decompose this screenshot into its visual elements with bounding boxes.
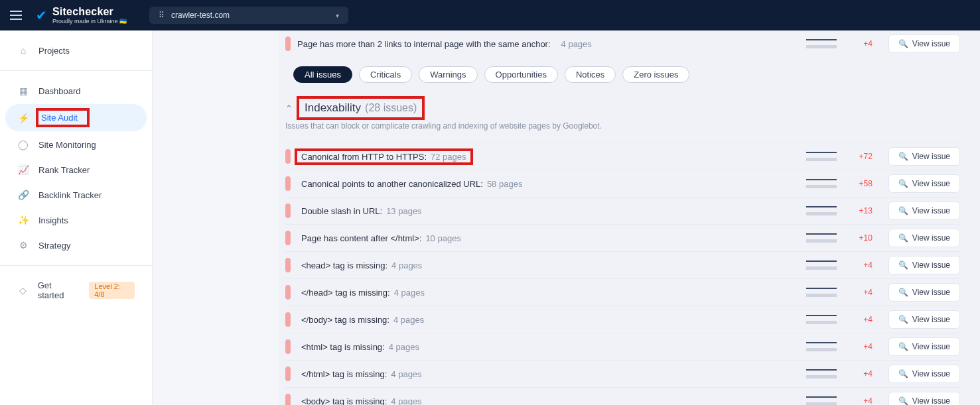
filter-warnings[interactable]: Warnings	[419, 66, 477, 83]
severity-indicator	[285, 149, 291, 164]
filter-opportunities[interactable]: Opportunities	[484, 66, 558, 83]
domain-selector[interactable]: ⠿ crawler-test.com ▾	[149, 7, 348, 24]
issue-row: </body> tag is missing:4 pages+4🔍View is…	[285, 306, 960, 333]
sidebar-item-dashboard[interactable]: ▦ Dashboard	[5, 79, 147, 103]
view-issue-button[interactable]: 🔍View issue	[888, 365, 960, 383]
severity-indicator	[285, 312, 291, 327]
issue-count: 4 pages	[394, 288, 425, 298]
view-issue-button[interactable]: 🔍View issue	[888, 174, 960, 193]
delta-value: +72	[849, 152, 873, 161]
severity-indicator	[285, 367, 291, 381]
issue-title: </html> tag is missing:	[301, 369, 387, 379]
view-issue-button[interactable]: 🔍View issue	[888, 229, 960, 247]
issue-row: <body> tag is missing:4 pages+4🔍View iss…	[285, 387, 960, 405]
filter-pills: All issues Criticals Warnings Opportunit…	[293, 66, 960, 83]
sidebar-item-projects[interactable]: ⌂ Projects	[5, 38, 147, 62]
issue-title: Page has content after </html>:	[301, 233, 421, 243]
issue-title: Page has more than 2 links to internal p…	[297, 39, 551, 49]
delta-value: +4	[849, 342, 873, 351]
view-issue-button[interactable]: 🔍View issue	[888, 283, 960, 302]
delta-value: +4	[849, 369, 873, 378]
view-label: View issue	[912, 179, 950, 188]
search-icon: 🔍	[898, 233, 908, 243]
search-icon: 🔍	[898, 260, 908, 270]
sidebar-item-site-monitoring[interactable]: ◯ Site Monitoring	[5, 133, 147, 156]
section-issue-count: (28 issues)	[365, 102, 417, 114]
brand-subtitle: Proudly made in Ukraine 🇺🇦	[52, 19, 127, 25]
issue-row: </head> tag is missing:4 pages+4🔍View is…	[285, 278, 960, 306]
apps-grid-icon: ⠿	[159, 11, 165, 20]
issue-title: </head> tag is missing:	[301, 288, 390, 298]
delta-value: +13	[849, 206, 873, 215]
issue-text-wrap: </head> tag is missing:4 pages	[297, 287, 429, 298]
search-icon: 🔍	[898, 369, 908, 378]
sidebar: ⌂ Projects ▦ Dashboard ⚡ Site Audit ◯ Si…	[0, 30, 153, 405]
delta-value: +4	[849, 288, 873, 297]
severity-indicator	[285, 231, 291, 245]
chevron-down-icon: ▾	[336, 12, 339, 19]
issue-row: Page has content after </html>:10 pages+…	[285, 224, 960, 251]
sidebar-item-site-audit[interactable]: ⚡ Site Audit	[5, 104, 147, 131]
search-icon: 🔍	[898, 342, 908, 351]
view-label: View issue	[912, 233, 950, 243]
search-icon: 🔍	[898, 288, 908, 297]
delta-value: +4	[849, 315, 873, 324]
brand-logo[interactable]: ✔ Sitechecker Proudly made in Ukraine 🇺🇦	[36, 7, 127, 25]
sparkline-icon	[806, 152, 837, 161]
severity-indicator	[285, 394, 291, 405]
view-issue-button[interactable]: 🔍View issue	[888, 337, 960, 356]
sidebar-item-label: Projects	[38, 46, 70, 56]
view-label: View issue	[912, 288, 950, 297]
app-header: ✔ Sitechecker Proudly made in Ukraine 🇺🇦…	[0, 0, 980, 30]
issue-title: <head> tag is missing:	[301, 260, 387, 270]
issue-title: </body> tag is missing:	[301, 315, 389, 325]
filter-criticals[interactable]: Criticals	[359, 66, 412, 83]
sparkline-icon	[806, 315, 837, 324]
severity-indicator	[285, 339, 291, 354]
get-started-icon: ◇	[17, 285, 29, 296]
hamburger-icon[interactable]	[7, 6, 25, 25]
sidebar-item-label: Dashboard	[38, 86, 81, 96]
sparkline-icon	[806, 342, 837, 351]
sparkline-icon	[806, 369, 837, 378]
issue-text-wrap: <head> tag is missing:4 pages	[297, 260, 426, 271]
issue-title: <body> tag is missing:	[301, 396, 387, 406]
view-issue-button[interactable]: 🔍 View issue	[888, 34, 960, 53]
search-icon: 🔍	[898, 179, 908, 188]
sidebar-item-strategy[interactable]: ⚙ Strategy	[5, 233, 147, 257]
view-issue-button[interactable]: 🔍View issue	[888, 256, 960, 274]
home-icon: ⌂	[17, 45, 29, 56]
sparkline-icon	[806, 206, 837, 215]
issue-row: Canonical points to another canonicalize…	[285, 170, 960, 197]
sidebar-item-get-started[interactable]: ◇ Get started Level 2: 4/8	[5, 274, 147, 307]
sidebar-item-rank-tracker[interactable]: 📈 Rank Tracker	[5, 158, 147, 182]
issue-title: Double slash in URL:	[301, 206, 382, 216]
search-icon: 🔍	[898, 39, 908, 48]
link-icon: 🔗	[17, 190, 29, 200]
filter-notices[interactable]: Notices	[565, 66, 616, 83]
issue-text-wrap: <html> tag is missing:4 pages	[297, 341, 423, 353]
delta-value: +4	[849, 260, 873, 270]
section-description: Issues that can block or complicate craw…	[285, 121, 960, 131]
delta-value: +4	[849, 396, 873, 405]
domain-name: crawler-test.com	[171, 11, 230, 20]
filter-zero-issues[interactable]: Zero issues	[622, 66, 689, 83]
issue-text-wrap: </body> tag is missing:4 pages	[297, 314, 428, 325]
sidebar-item-insights[interactable]: ✨ Insights	[5, 208, 147, 232]
dashboard-icon: ▦	[17, 86, 29, 96]
view-issue-button[interactable]: 🔍View issue	[888, 147, 960, 166]
delta-value: +10	[849, 233, 873, 243]
filter-all-issues[interactable]: All issues	[293, 66, 352, 83]
view-issue-button[interactable]: 🔍View issue	[888, 202, 960, 220]
sidebar-item-label: Strategy	[38, 241, 70, 251]
view-issue-button[interactable]: 🔍View issue	[888, 392, 960, 405]
sidebar-item-backlink-tracker[interactable]: 🔗 Backlink Tracker	[5, 183, 147, 207]
search-icon: 🔍	[898, 315, 908, 324]
view-issue-button[interactable]: 🔍View issue	[888, 310, 960, 329]
main-content: Page has more than 2 links to internal p…	[279, 30, 980, 405]
sparkline-icon	[806, 396, 837, 405]
delta-value: +58	[849, 179, 873, 188]
issue-text-wrap: Canonical points to another canonicalize…	[297, 178, 526, 190]
issue-row: Canonical from HTTP to HTTPS:72 pages+72…	[285, 143, 960, 170]
collapse-section-icon[interactable]: ⌃	[285, 103, 293, 113]
